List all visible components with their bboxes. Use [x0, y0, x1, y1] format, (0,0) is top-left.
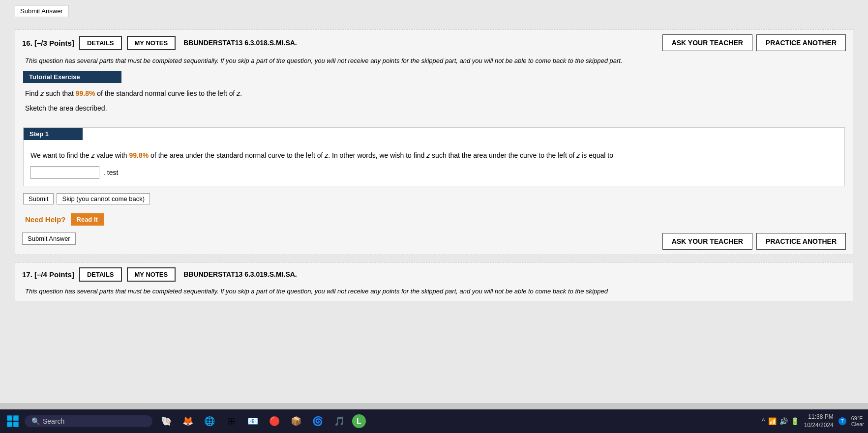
practice-another-button-bottom[interactable]: PRACTICE ANOTHER: [756, 233, 846, 250]
need-help-label: Need Help?: [25, 215, 66, 224]
mynotes-button-16[interactable]: MY NOTES: [127, 36, 176, 50]
svg-rect-0: [7, 415, 12, 421]
chrome-icon[interactable]: 🌀: [309, 412, 327, 430]
submit-answer-bottom-button[interactable]: Submit Answer: [22, 232, 76, 245]
taskbar-app-icons: 🐚 🦊 🌐 ⊞ 📧 🔴 📦 🌀 🎵 L: [157, 412, 366, 430]
svg-rect-3: [13, 422, 18, 427]
question-16-block: 16. [–/3 Points] DETAILS MY NOTES BBUNDE…: [15, 29, 853, 255]
submit-answer-bottom-row: Submit Answer ASK YOUR TEACHER PRACTICE …: [15, 229, 853, 255]
question-17-block: 17. [–/4 Points] DETAILS MY NOTES BBUNDE…: [15, 262, 853, 302]
taskbar-search-bar[interactable]: 🔍 Search: [25, 415, 152, 427]
file-explorer-icon[interactable]: 🐚: [157, 412, 175, 430]
question-16-code: BBUNDERSTAT13 6.3.018.S.MI.SA.: [183, 39, 297, 47]
step1-input-row: . test: [30, 166, 838, 179]
tutorial-header: Tutorial Exercise: [23, 71, 121, 83]
question-16-warning: This question has several parts that mus…: [15, 56, 853, 71]
main-content: Submit Answer 16. [–/3 Points] DETAILS M…: [0, 0, 868, 403]
tutorial-section: Tutorial Exercise Find z such that 99.8%…: [23, 71, 845, 123]
step1-highlight: 99.8%: [129, 151, 149, 159]
details-button-17[interactable]: DETAILS: [79, 267, 122, 282]
security-icon[interactable]: 🔴: [266, 412, 283, 430]
tutorial-line1: Find z such that 99.8% of the standard n…: [25, 88, 843, 99]
browser1-icon[interactable]: 🦊: [179, 412, 197, 430]
lexi-letter: L: [357, 417, 361, 426]
weather-desc: Clear: [851, 421, 864, 427]
step1-skip-button[interactable]: Skip (you cannot come back): [57, 193, 150, 204]
network-icon[interactable]: 📶: [768, 417, 777, 425]
tutorial-highlight: 99.8%: [76, 89, 95, 97]
step1-input-suffix: . test: [103, 169, 118, 176]
question-16-header-right: ASK YOUR TEACHER PRACTICE ANOTHER: [662, 34, 846, 51]
question-17-code: BBUNDERSTAT13 6.3.019.S.MI.SA.: [183, 270, 297, 278]
weather-temp: 69°F: [851, 415, 863, 421]
battery-icon[interactable]: 🔋: [791, 417, 799, 425]
question-16-header: 16. [–/3 Points] DETAILS MY NOTES BBUNDE…: [15, 29, 853, 56]
chevron-up-icon[interactable]: ^: [762, 417, 765, 425]
volume-icon[interactable]: 🔊: [779, 417, 788, 425]
start-button[interactable]: [4, 412, 22, 430]
mail-icon[interactable]: 📧: [244, 412, 262, 430]
mynotes-button-17[interactable]: MY NOTES: [127, 267, 176, 282]
search-text: Search: [43, 417, 64, 425]
step1-buttons: Submit Skip (you cannot come back): [15, 193, 853, 209]
step1-header: Step 1: [24, 128, 83, 140]
apps-icon[interactable]: ⊞: [222, 412, 240, 430]
taskbar-clock[interactable]: 11:38 PM 10/24/2024: [804, 413, 834, 430]
dropbox-icon[interactable]: 📦: [287, 412, 305, 430]
bottom-right-buttons: ASK YOUR TEACHER PRACTICE ANOTHER: [662, 233, 846, 250]
music-icon[interactable]: 🎵: [330, 412, 348, 430]
clock-time: 11:38 PM: [804, 413, 834, 421]
details-button-16[interactable]: DETAILS: [79, 36, 122, 50]
read-it-button[interactable]: Read It: [71, 213, 104, 226]
taskbar: 🔍 Search 🐚 🦊 🌐 ⊞ 📧 🔴 📦 🌀 🎵 L ^ 📶 🔊 🔋 11:…: [0, 409, 868, 433]
need-help-row: Need Help? Read It: [15, 209, 853, 229]
taskbar-right: ^ 📶 🔊 🔋 11:38 PM 10/24/2024 7 69°F Clear: [762, 413, 864, 430]
step1-text: We want to find the z value with 99.8% o…: [30, 150, 838, 161]
search-icon: 🔍: [31, 417, 40, 425]
ask-teacher-button-bottom[interactable]: ASK YOUR TEACHER: [662, 233, 752, 250]
question-17-header: 17. [–/4 Points] DETAILS MY NOTES BBUNDE…: [15, 262, 853, 287]
step1-box: Step 1 We want to find the z value with …: [23, 127, 845, 186]
step1-submit-button[interactable]: Submit: [23, 193, 54, 204]
weather-info: 69°F Clear: [851, 415, 864, 427]
edge-icon[interactable]: 🌐: [201, 412, 218, 430]
submit-answer-top-button[interactable]: Submit Answer: [15, 5, 68, 17]
step1-body: We want to find the z value with 99.8% o…: [24, 145, 844, 185]
question-17-warning: This question has several parts that mus…: [15, 287, 853, 301]
step1-input[interactable]: [30, 166, 99, 179]
lexi-icon[interactable]: L: [352, 414, 366, 428]
practice-another-button-16[interactable]: PRACTICE ANOTHER: [756, 34, 846, 51]
clock-date: 10/24/2024: [804, 421, 834, 430]
question-17-points: 17. [–/4 Points]: [22, 270, 74, 279]
svg-rect-2: [7, 422, 12, 427]
question-16-points: 16. [–/3 Points]: [22, 39, 74, 47]
system-icons: ^ 📶 🔊 🔋: [762, 417, 799, 425]
notification-badge[interactable]: 7: [838, 417, 846, 425]
tutorial-line2: Sketch the area described.: [25, 103, 843, 114]
svg-rect-1: [13, 415, 18, 421]
tutorial-body: Find z such that 99.8% of the standard n…: [23, 83, 845, 123]
ask-teacher-button-16[interactable]: ASK YOUR TEACHER: [662, 34, 752, 51]
